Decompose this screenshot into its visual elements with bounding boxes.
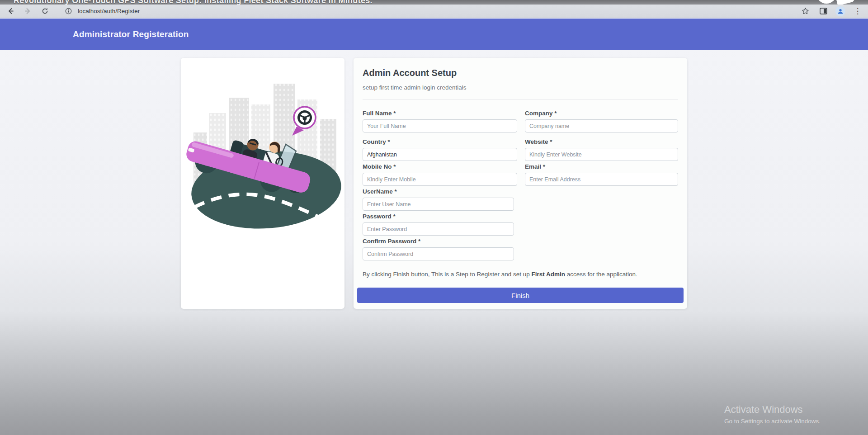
mobile-label: Mobile No * (363, 163, 517, 170)
company-input[interactable] (525, 119, 678, 132)
company-label: Company * (525, 109, 678, 117)
video-overlay-button-icon (816, 0, 836, 4)
illustration-card (181, 58, 344, 309)
email-input[interactable] (525, 173, 678, 186)
username-label: UserName * (363, 188, 514, 195)
screen: Revolutionary One-Touch GPS Software Set… (0, 0, 868, 435)
mobile-field-group: Mobile No * (363, 163, 517, 186)
full-name-input[interactable] (363, 119, 517, 132)
watermark-line2: Go to Settings to activate Windows. (724, 418, 821, 425)
disclaimer-bold: First Admin (531, 271, 565, 278)
page-title: Administrator Registeration (73, 29, 189, 39)
company-field-group: Company * (525, 109, 678, 132)
nav-button-group (5, 5, 51, 17)
browser-menu-icon[interactable]: ⋮ (852, 5, 863, 17)
forward-icon[interactable] (22, 5, 33, 17)
country-label: Country * (363, 138, 517, 146)
website-field-group: Website * (525, 138, 678, 161)
password-input[interactable] (363, 222, 514, 236)
watermark-line1: Activate Windows (724, 404, 821, 416)
profile-avatar-icon[interactable] (835, 6, 845, 16)
disclaimer-text: By clicking Finish button, This is a Ste… (363, 270, 678, 278)
card-subtitle: setup first time admin login credentials (363, 84, 678, 91)
browser-toolbar: localhost/auth/Register ⋮ (0, 5, 868, 18)
url-text[interactable]: localhost/auth/Register (78, 8, 140, 14)
disclaimer-suffix: access for the application. (565, 271, 637, 278)
car-illustration (181, 58, 344, 309)
website-label: Website * (525, 138, 678, 146)
info-icon[interactable] (62, 5, 74, 17)
side-panel-icon[interactable] (817, 5, 829, 17)
video-share-arrow-icon (835, 0, 855, 5)
video-title-strip: Revolutionary One-Touch GPS Software Set… (0, 0, 868, 5)
confirm-password-label: Confirm Password * (363, 237, 514, 245)
reload-icon[interactable] (39, 5, 51, 17)
full-name-field-group: Full Name * (363, 109, 517, 132)
admin-setup-card: Admin Account Setup setup first time adm… (354, 58, 687, 309)
password-field-group: Password * (363, 213, 514, 236)
disclaimer-prefix: By clicking Finish button, This is a Ste… (363, 271, 531, 278)
app-header: Administrator Registeration (0, 19, 868, 50)
divider (363, 99, 678, 100)
country-select[interactable] (363, 148, 517, 161)
username-field-group: UserName * (363, 188, 514, 211)
country-field-group: Country * (363, 138, 517, 161)
email-field-group: Email * (525, 163, 678, 186)
back-icon[interactable] (5, 5, 16, 17)
mobile-input[interactable] (363, 173, 517, 186)
confirm-password-input[interactable] (363, 247, 514, 260)
video-title: Revolutionary One-Touch GPS Software Set… (14, 0, 373, 5)
finish-button[interactable]: Finish (357, 288, 684, 303)
email-label: Email * (525, 163, 678, 170)
username-input[interactable] (363, 198, 514, 211)
full-name-label: Full Name * (363, 109, 517, 117)
page-background: Admin Account Setup setup first time adm… (0, 50, 868, 435)
password-label: Password * (363, 213, 514, 220)
website-input[interactable] (525, 148, 678, 161)
activate-windows-watermark: Activate Windows Go to Settings to activ… (724, 404, 821, 425)
bookmark-star-icon[interactable] (799, 5, 811, 17)
confirm-password-field-group: Confirm Password * (363, 237, 514, 260)
url-bar[interactable]: localhost/auth/Register (62, 5, 799, 17)
toolbar-right-group: ⋮ (799, 5, 863, 17)
admin-form: Full Name * Company * Country * Website (363, 109, 678, 303)
card-title: Admin Account Setup (363, 67, 678, 79)
